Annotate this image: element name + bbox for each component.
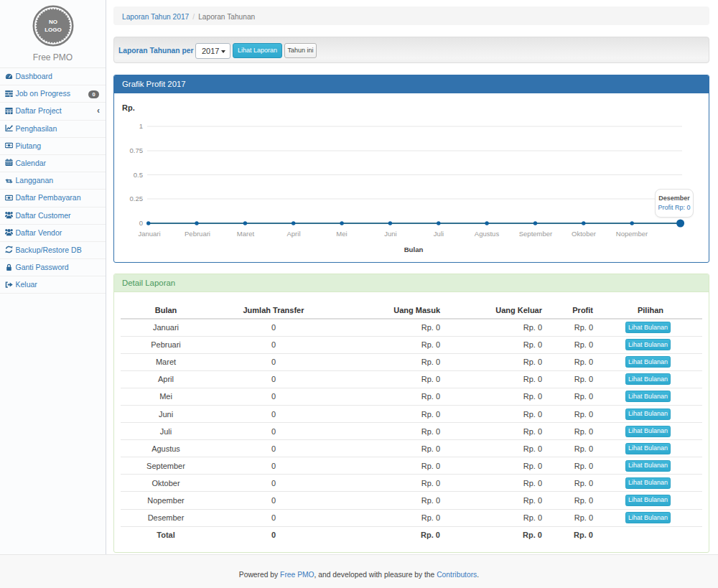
svg-text:Bulan: Bulan (404, 246, 424, 253)
svg-text:Maret: Maret (237, 230, 255, 238)
svg-text:Pebruari: Pebruari (185, 230, 210, 238)
svg-text:0.5: 0.5 (134, 170, 143, 178)
svg-text:0.75: 0.75 (130, 146, 144, 154)
svg-text:Juni: Juni (384, 230, 396, 238)
svg-text:NO: NO (49, 19, 57, 25)
svg-text:1: 1 (139, 122, 143, 130)
svg-text:0.25: 0.25 (130, 195, 144, 202)
svg-text:Agustus: Agustus (475, 230, 500, 238)
svg-text:Rp.: Rp. (122, 103, 135, 112)
svg-text:September: September (519, 230, 552, 238)
svg-text:0: 0 (139, 219, 143, 227)
svg-text:Januari: Januari (138, 230, 160, 238)
svg-text:Juli: Juli (434, 230, 444, 238)
svg-text:Nopember: Nopember (616, 230, 648, 238)
svg-text:Oktober: Oktober (572, 230, 596, 238)
svg-text:LOGO: LOGO (45, 27, 62, 33)
svg-text:Mei: Mei (336, 230, 347, 238)
svg-text:April: April (286, 230, 300, 238)
